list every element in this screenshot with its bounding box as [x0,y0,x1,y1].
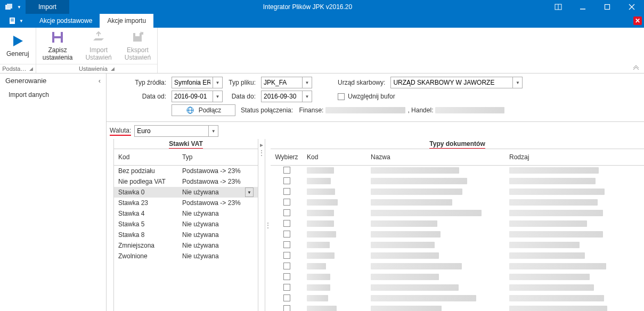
col-kod[interactable]: Kod [114,153,178,161]
row-checkbox[interactable] [283,167,290,174]
cell-typ: Podstawowa -> 23% [178,199,258,207]
row-checkbox[interactable] [283,231,290,238]
row-checkbox[interactable] [283,273,290,280]
table-row[interactable]: Nie podlega VATPodstawowa -> 23% [114,176,258,187]
qat-dropdown-icon[interactable]: ▼ [17,5,21,10]
document-types-header: Wybierz Kod Nazwa Rodzaj [271,149,644,166]
import-settings-button[interactable]: Import Ustawień [79,28,118,64]
maximize-button[interactable] [595,0,619,14]
row-checkbox[interactable] [283,220,290,227]
collapse-ribbon-button[interactable] [632,66,640,71]
collapse-side-panel-icon[interactable]: ‹ [99,77,101,85]
tab-row: ▼ Akcje podstawowe Akcje importu ✕ [0,14,644,28]
row-checkbox[interactable] [283,305,290,311]
table-row[interactable] [271,251,644,261]
currency-select[interactable]: ▼ [134,125,218,137]
cell-kod: Bez podziału [114,167,178,175]
source-type-select[interactable]: ▼ [172,77,223,88]
cell-typ: Nie używana [178,242,258,249]
dialog-launcher-icon[interactable]: ◢ [111,66,115,71]
table-row[interactable]: Stawka 5Nie używana [114,219,258,230]
vat-rates-header: Kod Typ [114,149,258,166]
svg-rect-14 [54,32,61,36]
generate-label: Generuj [6,51,29,58]
row-checkbox[interactable] [283,252,290,259]
chevron-down-icon[interactable]: ▼ [245,187,254,197]
table-row[interactable] [271,293,644,304]
tab-import-actions[interactable]: Akcje importu [100,14,153,28]
table-row[interactable] [271,198,644,208]
cell-kod: Stawka 4 [114,210,178,217]
table-row[interactable]: ZwolnioneNie używana [114,251,258,261]
table-row[interactable]: Bez podziałuPodstawowa -> 23% [114,166,258,176]
row-checkbox[interactable] [283,188,290,195]
row-checkbox[interactable] [283,241,290,248]
col-typ[interactable]: Typ [178,153,258,161]
table-row[interactable]: Stawka 23Podstawowa -> 23% [114,198,258,208]
dialog-launcher-icon[interactable]: ◢ [29,66,33,71]
row-checkbox[interactable] [283,177,290,184]
side-panel-title: Generowanie [5,77,46,85]
table-row[interactable] [271,272,644,283]
connect-button[interactable]: Podłącz [172,104,235,116]
table-row[interactable] [271,219,644,230]
document-types-grid: Typy dokumentów Wybierz Kod Nazwa Rodzaj [271,139,644,311]
table-row[interactable] [271,176,644,187]
row-checkbox[interactable] [283,284,290,291]
tax-office-label: Urząd skarbowy: [338,79,385,86]
table-row[interactable] [271,261,644,272]
svg-rect-5 [605,5,610,10]
chevron-down-icon: ▼ [303,77,312,88]
col-nazwa[interactable]: Nazwa [366,153,505,161]
table-row[interactable]: ZmniejszonaNie używana [114,240,258,251]
table-row[interactable]: Stawka 4Nie używana [114,208,258,219]
generate-button[interactable]: Generuj [0,28,36,64]
col-kod[interactable]: Kod [303,153,366,161]
table-row[interactable] [271,304,644,311]
save-settings-button[interactable]: Zapisz ustawienia [36,28,79,64]
table-row[interactable]: IStawka 0Nie używana▼ [114,187,258,198]
date-to-input[interactable]: ▼ [261,91,312,102]
import-settings-label: Import Ustawień [85,47,111,62]
table-row[interactable] [271,208,644,219]
cell-typ: Nie używana [178,252,258,260]
table-row[interactable]: Stawka 8Nie używana [114,230,258,240]
table-row[interactable] [271,230,644,240]
file-menu-button[interactable]: ▼ [0,14,32,28]
file-type-select[interactable]: ▼ [261,77,312,88]
file-type-label: Typ pliku: [228,79,256,86]
cell-kod: Nie podlega VAT [114,178,178,185]
tax-office-select[interactable]: ▼ [390,77,523,88]
table-row[interactable] [271,166,644,176]
splitter[interactable]: ⋮ [265,139,271,311]
titlebar: ▼ Import Integrator Plików JPK v2016.20 [0,0,644,14]
app-icon [4,3,13,11]
table-row[interactable] [271,187,644,198]
page-icon [9,17,17,24]
checkbox-icon [338,93,345,100]
minimize-button[interactable] [570,0,595,14]
include-buffer-checkbox[interactable]: Uwzględnij bufor [338,93,395,100]
ribbon-display-options-button[interactable] [546,0,570,14]
sidebar-item-import-data[interactable]: Import danych [0,88,106,102]
close-button[interactable] [619,0,644,14]
parameters-panel: Typ źródła: ▼ Typ pliku: ▼ Urząd skarbow… [107,73,644,122]
export-settings-button[interactable]: Eksport Ustawień [118,28,157,64]
tab-basic-actions[interactable]: Akcje podstawowe [32,14,100,28]
close-panel-button[interactable]: ✕ [633,17,642,25]
date-from-label: Data od: [133,93,166,100]
cell-typ: Nie używana▼ [178,187,258,197]
svg-rect-10 [11,20,14,20]
table-row[interactable] [271,240,644,251]
date-from-input[interactable]: ▼ [172,91,223,102]
row-checkbox[interactable] [283,209,290,216]
row-checkbox[interactable] [283,294,290,301]
col-wybierz[interactable]: Wybierz [271,153,303,161]
context-tab-label: Import [26,0,69,14]
row-checkbox[interactable] [283,199,290,206]
cell-kod: Stawka 5 [114,220,178,228]
row-checkbox[interactable] [283,263,290,269]
col-rodzaj[interactable]: Rodzaj [505,153,644,161]
group-basic-label: Podsta… [2,66,26,72]
table-row[interactable] [271,283,644,293]
